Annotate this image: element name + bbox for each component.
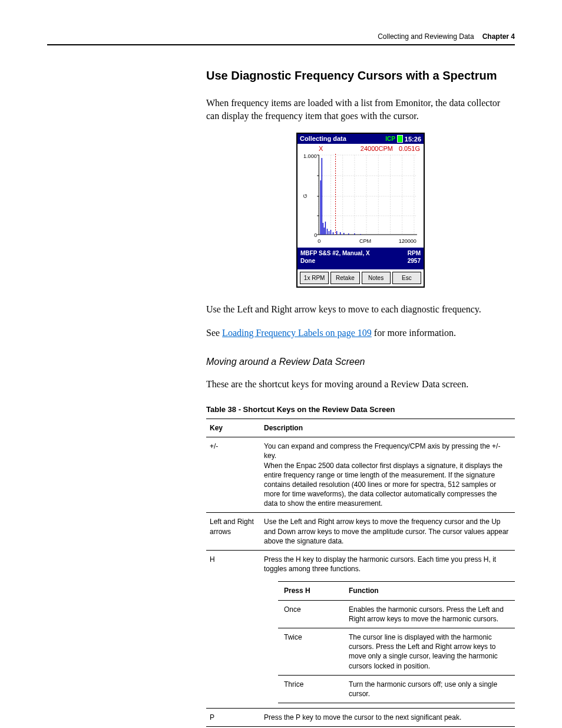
press-h-table: Press H Function Once Enables the harmon… <box>278 581 515 703</box>
section-title: Use Diagnostic Frequency Cursors with a … <box>206 69 515 83</box>
plot-xmax: 120000 <box>399 238 416 244</box>
plot-yunit: G <box>302 194 308 198</box>
battery-icon <box>397 135 403 143</box>
plot-ymax: 1.000 <box>303 153 317 159</box>
device-readout: X 24000CPM 0.051G <box>297 144 424 152</box>
plot-ymin: 0 <box>314 232 317 238</box>
cell-desc: Press the H key to display the harmonic … <box>260 551 515 578</box>
table-row: P Press the P key to move the cursor to … <box>206 709 515 727</box>
see-prefix: See <box>206 328 222 338</box>
table-row: Once Enables the harmonic cursors. Press… <box>278 600 515 628</box>
cell-func: The cursor line is displayed with the ha… <box>343 628 515 675</box>
shortcut-keys-table: Key Description +/- You can expand and c… <box>206 419 515 727</box>
th-key: Key <box>206 419 260 437</box>
cell-press: Once <box>278 600 343 628</box>
after-device-text: Use the Left and Right arrow keys to mov… <box>206 303 515 316</box>
see-suffix: for more information. <box>372 328 456 338</box>
btn-retake[interactable]: Retake <box>330 272 359 284</box>
readout-x: X <box>319 145 323 152</box>
cell-press: Twice <box>278 628 343 675</box>
cell-key: H <box>206 551 260 709</box>
status-rpm-label: RPM <box>408 249 421 257</box>
table-caption: Table 38 - Shortcut Keys on the Review D… <box>206 405 515 414</box>
cell-desc: You can expand and compress the Frequenc… <box>260 437 515 513</box>
device-plot: 1.000 G 0 0 CPM 120000 <box>301 152 420 246</box>
table-row: +/- You can expand and compress the Freq… <box>206 437 515 513</box>
readout-freq: 24000CPM <box>361 145 393 152</box>
device-titlebar: Collecting data ICP 15:26 <box>297 134 424 144</box>
page-header: Collecting and Reviewing Data Chapter 4 <box>47 32 515 45</box>
cell-key: P <box>206 709 260 727</box>
device-title: Collecting data <box>300 135 346 143</box>
status-rpm-value: 2957 <box>408 257 421 265</box>
plot-xmin: 0 <box>318 238 320 244</box>
table-row: Twice The cursor line is displayed with … <box>278 628 515 675</box>
cell-key: Left and Right arrows <box>206 513 260 551</box>
btn-notes[interactable]: Notes <box>362 272 391 284</box>
icp-indicator: ICP <box>385 136 395 142</box>
section-intro: When frequency items are loaded with a l… <box>206 97 515 122</box>
cell-func: Turn the harmonic cursors off; use only … <box>343 675 515 703</box>
table-row: Thrice Turn the harmonic cursors off; us… <box>278 675 515 703</box>
th-description: Description <box>260 419 515 437</box>
device-buttons: 1x RPM Retake Notes Esc <box>297 269 424 286</box>
th-press-h: Press H <box>278 582 343 600</box>
plot-xlabel: CPM <box>359 238 371 244</box>
subsection-heading: Moving around a Review Data Screen <box>206 357 515 367</box>
device-time: 15:26 <box>405 136 421 143</box>
cell-func: Enables the harmonic cursors. Press the … <box>343 600 515 628</box>
cell-desc: Press the P key to move the cursor to th… <box>260 709 515 727</box>
btn-esc[interactable]: Esc <box>392 272 421 284</box>
header-chapter-title: Collecting and Reviewing Data <box>378 32 474 41</box>
cell-press: Thrice <box>278 675 343 703</box>
device-status: MBFP S&S #2, Manual, X Done RPM 2957 <box>297 248 424 269</box>
cell-desc: Use the Left and Right arrow keys to mov… <box>260 513 515 551</box>
status-line2: Done <box>300 257 370 265</box>
btn-1x-rpm[interactable]: 1x RPM <box>300 272 329 284</box>
cell-key: +/- <box>206 437 260 513</box>
th-function: Function <box>343 582 515 600</box>
see-line: See Loading Frequency Labels on page 109… <box>206 327 515 340</box>
readout-amp: 0.051G <box>399 145 420 152</box>
link-loading-frequency-labels[interactable]: Loading Frequency Labels on page 109 <box>222 328 372 338</box>
table-row: H Press the H key to display the harmoni… <box>206 551 515 578</box>
header-chapter-label: Chapter 4 <box>482 32 515 41</box>
inner-table-cell: Press H Function Once Enables the harmon… <box>260 578 515 708</box>
device-screenshot: Collecting data ICP 15:26 X 24000CPM 0.0… <box>296 133 425 288</box>
status-line1: MBFP S&S #2, Manual, X <box>300 249 370 257</box>
subsection-intro: These are the shortcut keys for moving a… <box>206 378 515 391</box>
table-row: Left and Right arrows Use the Left and R… <box>206 513 515 551</box>
